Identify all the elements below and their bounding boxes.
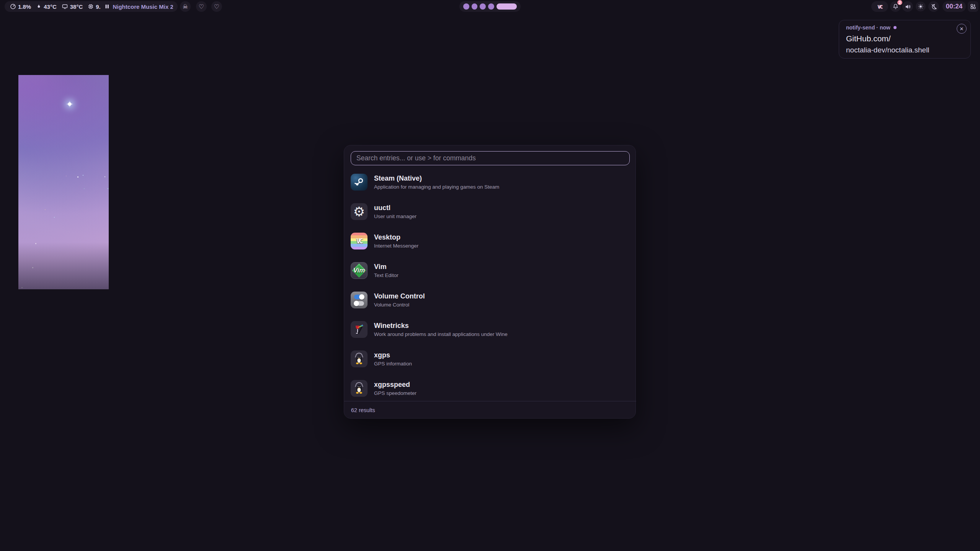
workspace-dot-4[interactable]	[488, 3, 494, 10]
workspace-dot-1[interactable]	[463, 3, 469, 10]
app-name: Volume Control	[374, 292, 425, 301]
tray-heart-icon[interactable]: ♡	[196, 1, 207, 12]
notification-source: notify-send · now	[846, 24, 890, 31]
vesktop-rainbow-icon: VC	[356, 237, 362, 245]
toggle-on	[354, 295, 364, 299]
media-player-widget[interactable]: Nightcore Music Mix 20...	[100, 1, 178, 12]
launcher-divider	[344, 401, 636, 401]
workspace-dot-active[interactable]	[497, 3, 517, 10]
vesktop-glyph: VC	[877, 4, 882, 10]
launcher-item-uuctl[interactable]: ⚙ uuctl User unit manager	[351, 200, 630, 223]
vim-app-icon: Vim	[351, 262, 368, 279]
tray-skull-icon[interactable]: ☠	[180, 1, 191, 12]
launcher-item-volume-control[interactable]: Volume Control Volume Control	[351, 289, 630, 311]
launcher-item-winetricks[interactable]: Winetricks Work around problems and inst…	[351, 318, 630, 341]
app-description: GPS information	[374, 361, 412, 367]
app-launcher-button[interactable]	[968, 1, 978, 12]
chip-icon	[88, 3, 94, 10]
clock-value: 00:24	[946, 3, 962, 10]
app-description: Work around problems and install applica…	[374, 331, 508, 337]
launcher-item-steam[interactable]: Steam (Native) Application for managing …	[351, 171, 630, 194]
vignette	[18, 75, 109, 289]
monitor-icon	[62, 3, 68, 10]
steam-app-icon	[351, 174, 368, 191]
notification-meta: notify-send · now	[846, 24, 964, 31]
app-name: Vim	[374, 263, 399, 271]
workspace-indicator	[459, 1, 521, 12]
pause-icon	[105, 4, 109, 9]
cpu-stat[interactable]: 1.8%	[10, 3, 31, 10]
app-name: Vesktop	[374, 233, 418, 242]
desktop-wallpaper: h on ns	[18, 75, 109, 289]
cpu-value: 1.8%	[18, 3, 31, 10]
launcher-item-vesktop[interactable]: VC Vesktop Internet Messenger	[351, 230, 630, 253]
skull-icon: ☠	[183, 3, 188, 10]
app-name: xgps	[374, 351, 412, 360]
speaker-icon	[905, 3, 911, 10]
results-count: 62 results	[351, 407, 375, 413]
cpu-temp-value: 43°C	[44, 3, 57, 10]
tray-heart-icon[interactable]: ♡	[211, 1, 222, 12]
winetricks-app-icon	[351, 321, 368, 338]
toggle-off	[354, 301, 364, 306]
notification-body: noctalia-dev/noctalia.shell	[846, 46, 964, 54]
notification-toast[interactable]: notify-send · now ✕ GitHub.com/ noctalia…	[839, 20, 971, 59]
tray-vesktop-icon[interactable]: VC	[871, 1, 888, 12]
heart-icon: ♡	[214, 3, 219, 10]
vim-logo: Vim	[353, 267, 365, 274]
app-description: Internet Messenger	[374, 243, 418, 249]
volume-button[interactable]	[902, 1, 913, 12]
search-input[interactable]	[351, 151, 630, 165]
app-launcher-panel: Steam (Native) Application for managing …	[344, 145, 636, 419]
clock[interactable]: 00:24	[942, 1, 966, 12]
flame-icon	[36, 3, 42, 10]
grid-plus-icon	[970, 3, 976, 10]
brightness-button[interactable]	[916, 2, 926, 11]
app-description: Volume Control	[374, 302, 425, 308]
app-description: Application for managing and playing gam…	[374, 184, 499, 190]
night-mode-button[interactable]	[928, 1, 939, 12]
notification-close-button[interactable]: ✕	[957, 24, 967, 34]
notifications-button[interactable]: 2	[890, 1, 901, 12]
gpu-temp-stat[interactable]: 38°C	[62, 3, 83, 10]
app-name: Winetricks	[374, 322, 508, 330]
toggles-app-icon	[351, 292, 368, 308]
app-description: User unit manager	[374, 214, 416, 219]
tux-app-icon	[351, 350, 368, 367]
launcher-item-xgps[interactable]: xgps GPS information	[351, 347, 630, 370]
app-name: xgpsspeed	[374, 381, 416, 389]
top-bar: 1.8% 43°C 38°C 9.7G Nightcore Music Mix …	[0, 0, 980, 13]
gear-icon: ⚙	[353, 205, 365, 218]
close-icon: ✕	[960, 26, 964, 32]
unread-dot	[893, 26, 897, 29]
workspace-dot-3[interactable]	[480, 3, 486, 10]
app-name: Steam (Native)	[374, 174, 499, 183]
launcher-item-xgpsspeed[interactable]: xgpsspeed GPS speedometer	[351, 377, 630, 400]
gpu-temp-value: 38°C	[70, 3, 83, 10]
cpu-temp-stat[interactable]: 43°C	[36, 3, 57, 10]
tux-app-icon	[351, 380, 368, 397]
app-name: uuctl	[374, 204, 416, 212]
vesktop-app-icon: VC	[351, 233, 368, 249]
media-title: Nightcore Music Mix 20...	[113, 3, 173, 10]
moon-slash-icon	[931, 3, 937, 10]
gauge-icon	[10, 3, 16, 10]
notification-title: GitHub.com/	[846, 34, 964, 43]
heart-icon: ♡	[199, 3, 204, 10]
app-description: Text Editor	[374, 272, 399, 278]
workspace-dot-2[interactable]	[472, 3, 478, 10]
app-description: GPS speedometer	[374, 390, 416, 396]
gear-app-icon: ⚙	[351, 203, 368, 220]
system-stats-group: 1.8% 43°C 38°C 9.7G	[5, 1, 114, 12]
sun-icon	[918, 3, 924, 10]
launcher-item-vim[interactable]: Vim Vim Text Editor	[351, 259, 630, 282]
